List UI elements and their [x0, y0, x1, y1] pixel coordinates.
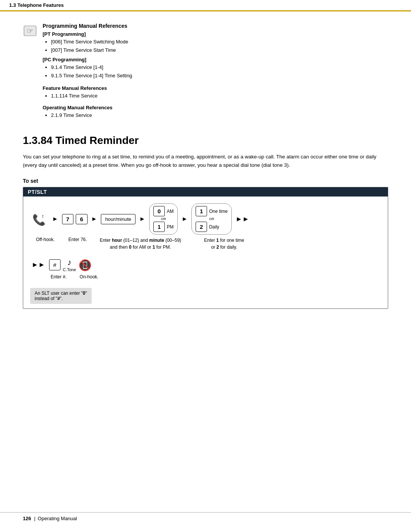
- label-1-2: Enter 1 for one timeor 2 for daily.: [186, 237, 262, 251]
- prog-ref-content: Programming Manual References [PT Progra…: [43, 23, 388, 124]
- prog-ref-title: Programming Manual References: [43, 23, 388, 29]
- frequency-group: 1 One time OR 2 Daily: [191, 203, 232, 235]
- arrow-3: ►: [139, 216, 145, 222]
- pt-item-2: [007] Time Service Start Time: [51, 46, 388, 54]
- feature-ref-block: Feature Manual References 1.1.114 Time S…: [43, 85, 388, 100]
- key-0: 0: [153, 206, 165, 216]
- footer-title: Operating Manual: [38, 516, 77, 521]
- pc-programming-list: 9.1.4 Time Service [1-4] 9.1.5 Time Serv…: [43, 63, 388, 80]
- pt-item-1: [006] Time Service Switching Mode: [51, 38, 388, 46]
- footer-page: 126: [23, 516, 31, 521]
- or-label-1: OR: [161, 217, 166, 221]
- label-hour-minute: Enter hour (01–12) and minute (00–59)and…: [95, 237, 186, 251]
- onhook-cell: 📵: [78, 258, 93, 271]
- diagram-header: PT/SLT: [23, 187, 388, 197]
- operating-ref-block: Operating Manual References 2.1.9 Time S…: [43, 105, 388, 120]
- footer: 126 | Operating Manual: [0, 512, 411, 521]
- svg-text:☞: ☞: [27, 27, 33, 35]
- prog-ref-block: ☞ Programming Manual References [PT Prog…: [23, 23, 388, 124]
- key-6: 6: [76, 214, 87, 224]
- pm-label: PM: [167, 224, 174, 230]
- section-title: Timed Reminder: [56, 134, 139, 146]
- pc-item-1: 9.1.4 Time Service [1-4]: [51, 63, 388, 72]
- daily-row: 2 Daily: [196, 222, 219, 232]
- dbl-arrow-2: ►►: [32, 261, 45, 269]
- ctone-label: C.Tone: [63, 267, 76, 272]
- key-2-daily: 2: [196, 222, 207, 232]
- section-heading: 1.3.84 Timed Reminder: [23, 134, 388, 147]
- pc-item-2: 9.1.5 Time Service [1-4] Time Setting: [51, 72, 388, 80]
- operating-item-1: 2.1.9 Time Service: [51, 111, 388, 120]
- label-enter-hash: Enter #.: [45, 274, 72, 280]
- pt-programming-list: [006] Time Service Switching Mode [007] …: [43, 38, 388, 54]
- label-enter76: Enter 76.: [61, 237, 95, 242]
- feature-item-1: 1.1.114 Time Service: [51, 92, 388, 100]
- arrow-1: ►: [52, 216, 58, 222]
- one-time-label: One time: [209, 209, 228, 214]
- pm-row: 1 PM: [153, 222, 174, 232]
- flow-row-1: 📞 ↑ ► 7 6 ► hour/minute ► 0 AM OR: [30, 203, 381, 235]
- labels-row-2: Enter #. On-hook.: [30, 274, 381, 280]
- section-number: 1.3.84: [23, 134, 53, 146]
- am-label: AM: [167, 209, 174, 214]
- header-bar: 1.3 Telephone Features: [0, 0, 411, 11]
- note-box: An SLT user can enter "0"instead of "#".: [30, 288, 92, 304]
- one-time-row: 1 One time: [196, 206, 228, 216]
- arrow-2: ►: [91, 216, 97, 222]
- feature-ref-title: Feature Manual References: [43, 85, 388, 91]
- intro-paragraph: You can set your telephone to ring at a …: [23, 153, 388, 170]
- am-pm-group: 0 AM OR 1 PM: [149, 203, 178, 235]
- pc-programming-label: [PC Programming]: [43, 57, 388, 62]
- section-label: 1.3 Telephone Features: [9, 2, 64, 8]
- key-7: 7: [62, 214, 73, 224]
- diagram-body: 📞 ↑ ► 7 6 ► hour/minute ► 0 AM OR: [23, 197, 388, 308]
- operating-ref-title: Operating Manual References: [43, 105, 388, 110]
- flow-row-2: ►► # ♪ C.Tone 📵: [30, 257, 381, 272]
- feature-ref-list: 1.1.114 Time Service: [43, 92, 388, 100]
- ctone-cell: ♪ C.Tone: [63, 257, 76, 272]
- ctone-icon: ♪: [67, 257, 72, 267]
- hash-key: #: [49, 259, 61, 270]
- dbl-arrow-1: ►►: [236, 215, 249, 223]
- footer-separator: |: [34, 516, 35, 521]
- arrow-4: ►: [182, 216, 188, 222]
- daily-label: Daily: [209, 224, 219, 230]
- labels-row-1: Off-hook. Enter 76. Enter hour (01–12) a…: [30, 237, 381, 251]
- label-offhook: Off-hook.: [30, 237, 61, 242]
- or-label-2: OR: [209, 217, 214, 221]
- hour-minute-key: hour/minute: [101, 214, 135, 224]
- key-1-onetime: 1: [196, 206, 207, 216]
- svg-text:↑: ↑: [41, 213, 44, 219]
- main-content: ☞ Programming Manual References [PT Prog…: [0, 11, 411, 332]
- svg-text:📵: 📵: [78, 259, 92, 271]
- am-row: 0 AM: [153, 206, 174, 216]
- to-set-label: To set: [23, 178, 388, 184]
- diagram-box: PT/SLT 📞 ↑ ► 7 6 ► hour/minute ►: [23, 187, 388, 309]
- offhook-icon: 📞 ↑: [30, 211, 48, 227]
- pt-programming-label: [PT Programming]: [43, 31, 388, 37]
- operating-ref-list: 2.1.9 Time Service: [43, 111, 388, 120]
- key-1-pm: 1: [153, 222, 165, 232]
- programming-icon: ☞: [23, 24, 37, 41]
- label-onhook: On-hook.: [72, 274, 106, 280]
